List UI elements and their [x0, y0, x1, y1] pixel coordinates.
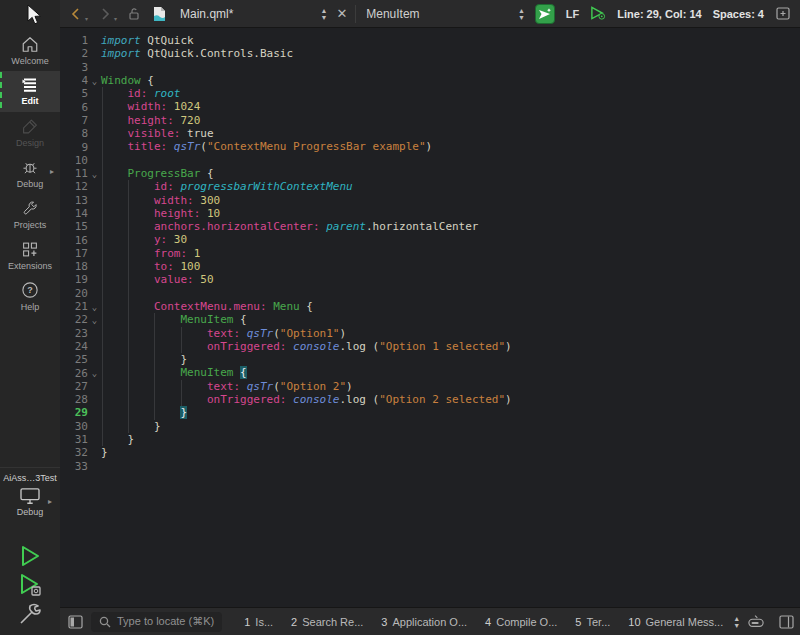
sidebar-item-help[interactable]: ? Help — [0, 276, 60, 317]
close-document-icon[interactable]: ✕ — [336, 6, 347, 21]
fold-marker-icon[interactable]: ⌄ — [88, 76, 101, 86]
sidebar-item-edit[interactable]: Edit — [0, 71, 60, 112]
gutter-line[interactable]: 19 — [60, 273, 101, 286]
gutter-line[interactable]: 15 — [60, 220, 101, 233]
code-line[interactable]: id: progressbarWithContextMenu — [101, 180, 800, 193]
gutter-line[interactable]: 32 — [60, 446, 101, 459]
tab-issues[interactable]: 1Is... — [244, 616, 273, 628]
code-line[interactable]: id: root — [101, 87, 800, 100]
tab-terminal[interactable]: 5Ter... — [575, 616, 610, 628]
gutter-line[interactable]: 25 — [60, 353, 101, 366]
ai-assistant-button[interactable] — [535, 4, 555, 24]
debug-submenu-arrow[interactable]: ▸ — [50, 167, 54, 176]
code-editor[interactable]: 1234⌄567891011⌄12131415161718192021⌄22⌄2… — [60, 29, 800, 607]
gutter-line[interactable]: 4⌄ — [60, 74, 101, 87]
fold-marker-icon[interactable]: ⌄ — [88, 368, 101, 378]
output-popup-icon[interactable] — [748, 614, 764, 630]
fold-marker-icon[interactable]: ⌄ — [88, 169, 101, 179]
tab-general-messages[interactable]: 10General Mess... — [628, 616, 723, 628]
code-line[interactable] — [101, 460, 800, 473]
cursor-position-indicator[interactable]: Line: 29, Col: 14 — [617, 8, 701, 20]
kit-selector-button[interactable]: Debug ▸ — [0, 487, 60, 517]
gutter-line[interactable]: 16 — [60, 233, 101, 246]
gutter-line[interactable]: 7 — [60, 114, 101, 127]
right-sidebar-toggle-icon[interactable] — [778, 614, 794, 630]
code-line[interactable]: y: 30 — [101, 233, 800, 246]
symbol-selector[interactable]: MenuItem ▲▼ — [356, 0, 535, 27]
code-line[interactable]: ContextMenu.menu: Menu { — [101, 300, 800, 313]
code-line[interactable] — [101, 154, 800, 167]
gutter-line[interactable]: 5 — [60, 87, 101, 100]
tab-application-output[interactable]: 3Application O... — [381, 616, 467, 628]
gutter-line[interactable]: 6 — [60, 100, 101, 113]
code-line[interactable]: } — [101, 353, 800, 366]
back-button[interactable]: ▾ — [68, 6, 88, 22]
gutter-line[interactable]: 1 — [60, 34, 101, 47]
code-line[interactable]: onTriggered: console.log ("Option 2 sele… — [101, 393, 800, 406]
code-line[interactable]: height: 10 — [101, 207, 800, 220]
code-line[interactable]: onTriggered: console.log ("Option 1 sele… — [101, 340, 800, 353]
gutter-line[interactable]: 3 — [60, 61, 101, 74]
code-line[interactable]: value: 50 — [101, 273, 800, 286]
fold-marker-icon[interactable]: ⌄ — [88, 315, 101, 325]
gutter-line[interactable]: 18 — [60, 260, 101, 273]
active-project-label[interactable]: AiAss…3Test — [0, 473, 60, 483]
code-line[interactable]: width: 1024 — [101, 100, 800, 113]
gutter-line[interactable]: 9 — [60, 140, 101, 153]
sidebar-item-extensions[interactable]: Extensions — [0, 235, 60, 276]
gutter-line[interactable]: 29 — [60, 406, 101, 419]
gutter-line[interactable]: 31 — [60, 433, 101, 446]
gutter-line[interactable]: 20 — [60, 287, 101, 300]
code-line[interactable]: text: qsTr("Option1") — [101, 327, 800, 340]
gutter-line[interactable]: 30 — [60, 420, 101, 433]
code-line[interactable]: MenuItem { — [101, 366, 800, 379]
sidebar-item-welcome[interactable]: Welcome — [0, 30, 60, 71]
run-button[interactable] — [0, 544, 60, 568]
gutter-line[interactable]: 22⌄ — [60, 313, 101, 326]
code-line[interactable]: to: 100 — [101, 260, 800, 273]
split-editor-icon[interactable] — [775, 6, 791, 22]
tab-search-results[interactable]: 2Search Re... — [291, 616, 363, 628]
document-dropdown-button[interactable]: ▲▼ — [320, 7, 327, 21]
output-panes-dropdown[interactable]: ▲▼ — [733, 615, 740, 629]
debug-run-button[interactable] — [0, 572, 60, 597]
fold-marker-icon[interactable]: ⌄ — [88, 302, 101, 312]
gutter-line[interactable]: 12 — [60, 180, 101, 193]
code-line[interactable]: import QtQuick — [101, 34, 800, 47]
code-line[interactable] — [101, 287, 800, 300]
indentation-indicator[interactable]: Spaces: 4 — [713, 8, 764, 20]
line-ending-indicator[interactable]: LF — [566, 8, 579, 20]
code-line[interactable]: title: qsTr("ContextMenu ProgressBar exa… — [101, 140, 800, 153]
gutter-line[interactable]: 33 — [60, 460, 101, 473]
code-line[interactable]: } — [101, 433, 800, 446]
code-line[interactable]: text: qsTr("Option 2") — [101, 380, 800, 393]
forward-button[interactable]: ▾ — [97, 6, 117, 22]
sidebar-item-projects[interactable]: Projects — [0, 194, 60, 235]
gutter-line[interactable]: 2 — [60, 47, 101, 60]
gutter-line[interactable]: 14 — [60, 207, 101, 220]
code-line[interactable]: } — [101, 406, 800, 419]
gutter-line[interactable]: 13 — [60, 194, 101, 207]
code-line[interactable]: ProgressBar { — [101, 167, 800, 180]
code-line[interactable]: } — [101, 420, 800, 433]
qml-preview-icon[interactable] — [590, 6, 606, 22]
code-line[interactable]: visible: true — [101, 127, 800, 140]
tab-compile-output[interactable]: 4Compile O... — [485, 616, 557, 628]
gutter-line[interactable]: 23 — [60, 327, 101, 340]
code-line[interactable]: MenuItem { — [101, 313, 800, 326]
gutter-line[interactable]: 21⌄ — [60, 300, 101, 313]
code-line[interactable]: height: 720 — [101, 114, 800, 127]
code-line[interactable]: Window { — [101, 74, 800, 87]
locator-field[interactable]: Type to locate (⌘K) — [91, 612, 222, 632]
code-line[interactable] — [101, 61, 800, 74]
lock-icon[interactable] — [126, 6, 142, 22]
open-file-name[interactable]: Main.qml* — [180, 7, 233, 21]
build-button[interactable] — [0, 601, 60, 627]
code-line[interactable]: } — [101, 446, 800, 459]
left-sidebar-toggle-icon[interactable] — [68, 614, 83, 630]
gutter-line[interactable]: 24 — [60, 340, 101, 353]
code-line[interactable]: width: 300 — [101, 194, 800, 207]
gutter-line[interactable]: 26⌄ — [60, 366, 101, 379]
code-line[interactable]: from: 1 — [101, 247, 800, 260]
gutter-line[interactable]: 10 — [60, 154, 101, 167]
